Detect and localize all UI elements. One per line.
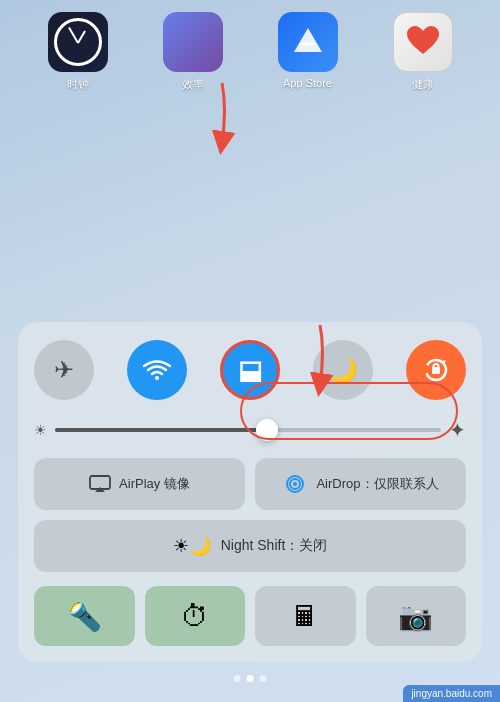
svg-rect-3 xyxy=(434,364,439,369)
bluetooth-button[interactable]: ⬓ xyxy=(220,340,280,400)
airplane-icon: ✈ xyxy=(54,356,74,384)
airdrop-label: AirDrop：仅限联系人 xyxy=(316,475,438,493)
page-dots xyxy=(234,675,267,682)
bluetooth-icon: ⬓ xyxy=(238,355,263,386)
calculator-icon: 🖩 xyxy=(291,600,319,633)
appstore-label: App Store xyxy=(283,77,332,89)
brightness-low-icon: ☀ xyxy=(34,422,47,438)
svg-point-0 xyxy=(155,376,159,380)
svg-point-7 xyxy=(293,482,297,486)
airdrop-button[interactable]: AirDrop：仅限联系人 xyxy=(255,458,466,510)
control-center: ✈ ⬓ 🌙 xyxy=(18,322,482,662)
page-dot-0 xyxy=(234,675,241,682)
app-icon-health[interactable] xyxy=(393,12,453,72)
app-icon-efficiency-wrapper: 效率 xyxy=(153,12,233,92)
app-icon-appstore[interactable] xyxy=(278,12,338,72)
wifi-button[interactable] xyxy=(127,340,187,400)
lock-rotation-icon xyxy=(422,356,450,384)
appstore-icon-svg xyxy=(290,24,326,60)
flashlight-button[interactable]: 🔦 xyxy=(34,586,135,646)
health-icon-svg xyxy=(403,22,443,62)
clock-face xyxy=(54,18,102,66)
flashlight-icon: 🔦 xyxy=(67,600,102,633)
camera-icon: 📷 xyxy=(398,600,433,633)
moon-icon: 🌙 xyxy=(328,356,358,384)
app-row: 时钟 效率 App Store xyxy=(0,0,500,92)
baidu-watermark: jingyan.baidu.com xyxy=(403,685,500,702)
app-icon-health-wrapper: 健康 xyxy=(383,12,463,92)
night-shift-label: Night Shift：关闭 xyxy=(221,537,328,555)
do-not-disturb-button[interactable]: 🌙 xyxy=(313,340,373,400)
watermark-text: jingyan.baidu.com xyxy=(411,688,492,699)
night-shift-button[interactable]: ☀🌙 Night Shift：关闭 xyxy=(34,520,466,572)
toggle-row: ✈ ⬓ 🌙 xyxy=(34,340,466,400)
efficiency-label: 效率 xyxy=(182,77,204,92)
app-icon-appstore-wrapper: App Store xyxy=(268,12,348,89)
airplay-label: AirPlay 镜像 xyxy=(119,475,190,493)
home-screen: 时钟 效率 App Store xyxy=(0,0,500,702)
app-icon-efficiency[interactable] xyxy=(163,12,223,72)
quick-toggle-row: 🔦 ⏱ 🖩 📷 xyxy=(34,586,466,646)
brightness-row: ☀ ✦ xyxy=(34,418,466,442)
app-icon-clock-wrapper: 时钟 xyxy=(38,12,118,92)
timer-icon: ⏱ xyxy=(181,600,209,633)
airplane-mode-button[interactable]: ✈ xyxy=(34,340,94,400)
brightness-slider-track[interactable] xyxy=(55,428,441,432)
brightness-slider-thumb[interactable] xyxy=(256,419,278,441)
lock-rotation-button[interactable] xyxy=(406,340,466,400)
brightness-high-icon: ✦ xyxy=(449,418,466,442)
brightness-slider-fill xyxy=(55,428,267,432)
camera-button[interactable]: 📷 xyxy=(366,586,467,646)
page-dot-1 xyxy=(247,675,254,682)
clock-label: 时钟 xyxy=(67,77,89,92)
feature-row: AirPlay 镜像 AirDrop：仅限联系人 xyxy=(34,458,466,510)
health-label: 健康 xyxy=(412,77,434,92)
airplay-button[interactable]: AirPlay 镜像 xyxy=(34,458,245,510)
timer-button[interactable]: ⏱ xyxy=(145,586,246,646)
night-shift-icon: ☀🌙 xyxy=(173,535,211,557)
wifi-icon xyxy=(143,358,171,382)
app-icon-clock[interactable] xyxy=(48,12,108,72)
calculator-button[interactable]: 🖩 xyxy=(255,586,356,646)
page-dot-2 xyxy=(260,675,267,682)
airdrop-icon xyxy=(282,473,308,495)
airplay-icon xyxy=(89,475,111,493)
clock-hand-min xyxy=(68,27,79,44)
